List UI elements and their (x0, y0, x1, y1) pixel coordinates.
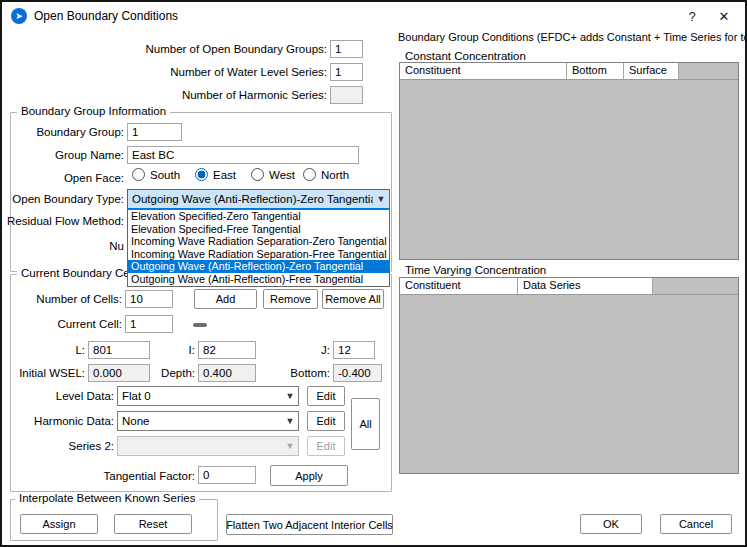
time-varying-title: Time Varying Concentration (405, 264, 546, 276)
harmonic-data-value: None (122, 415, 282, 427)
radio-circle-icon (195, 168, 208, 181)
remove-button[interactable]: Remove (263, 289, 318, 309)
l-label: L: (12, 344, 85, 356)
j-label: J: (282, 344, 330, 356)
column-header: Constituent (400, 278, 518, 294)
j-input[interactable]: 12 (333, 341, 375, 359)
constant-table-body[interactable] (400, 80, 738, 259)
apply-button[interactable]: Apply (270, 465, 348, 486)
tangential-factor-label: Tangential Factor: (62, 470, 195, 482)
series2-edit-button[interactable]: Edit (307, 436, 345, 456)
radio-circle-icon (303, 168, 316, 181)
interpolate-title: Interpolate Between Known Series (15, 492, 199, 504)
tangential-factor-input[interactable]: 0 (198, 466, 256, 484)
column-header: Constituent (400, 63, 567, 79)
right-panel-header: Boundary Group Conditions (EFDC+ adds Co… (398, 31, 747, 43)
open-boundary-type-value: Outgoing Wave (Anti-Reflection)-Zero Tan… (132, 193, 373, 205)
assign-button[interactable]: Assign (20, 514, 98, 534)
open-face-east-radio[interactable]: East (195, 168, 236, 181)
column-header: Surface (624, 63, 679, 79)
app-icon: ➤ (11, 8, 27, 24)
all-button[interactable]: All (351, 398, 380, 450)
open-boundary-type-label: Open Boundary Type: (12, 193, 124, 205)
water-level-series-input[interactable]: 1 (330, 63, 363, 81)
group-name-input[interactable]: East BC (127, 146, 359, 164)
constant-concentration-title: Constant Concentration (405, 50, 526, 62)
l-input[interactable]: 801 (88, 341, 150, 359)
open-boundary-type-dropdown: Elevation Specified-Zero Tangential Elev… (127, 209, 390, 287)
chevron-down-icon: ▼ (282, 416, 298, 426)
harmonic-data-edit-button[interactable]: Edit (307, 411, 345, 431)
harmonic-data-label: Harmonic Data: (12, 415, 114, 427)
boundary-group-input[interactable]: 1 (127, 123, 182, 141)
time-varying-table: Constituent Data Series (399, 277, 739, 474)
current-cell-label: Current Cell: (12, 318, 122, 330)
series2-label: Series 2: (12, 440, 114, 452)
column-header-filler (653, 278, 738, 294)
open-face-south-radio[interactable]: South (132, 168, 180, 181)
open-face-east-label: East (213, 169, 236, 181)
column-header: Data Series (518, 278, 653, 294)
radio-circle-icon (132, 168, 145, 181)
depth-value: 0.400 (198, 364, 256, 382)
number-of-cells-label: Number of Cells: (12, 293, 122, 305)
open-face-west-radio[interactable]: West (251, 168, 295, 181)
ok-button[interactable]: OK (580, 514, 642, 534)
harmonic-series-label: Number of Harmonic Series: (122, 89, 327, 101)
bottom-label: Bottom: (272, 367, 330, 379)
bottom-value: -0.400 (333, 364, 382, 382)
cancel-button[interactable]: Cancel (660, 514, 732, 534)
dropdown-option[interactable]: Outgoing Wave (Anti-Reflection)-Free Tan… (128, 273, 389, 286)
i-label: I: (142, 344, 195, 356)
chevron-down-icon: ▼ (282, 391, 298, 401)
initial-wsel-label: Initial WSEL: (12, 367, 85, 379)
initial-wsel-value: 0.000 (88, 364, 150, 382)
open-face-north-label: North (321, 169, 349, 181)
chevron-down-icon: ▼ (373, 194, 389, 204)
boundary-group-info-title: Boundary Group Information (17, 105, 170, 117)
column-header: Bottom (567, 63, 624, 79)
harmonic-series-input[interactable] (330, 86, 363, 104)
open-face-west-label: West (269, 169, 295, 181)
group-name-label: Group Name: (12, 149, 124, 161)
level-data-edit-button[interactable]: Edit (307, 386, 345, 406)
remove-all-button[interactable]: Remove All (322, 289, 384, 309)
current-cell-slider[interactable] (193, 323, 207, 327)
help-button[interactable]: ? (679, 6, 705, 26)
close-button[interactable]: ✕ (711, 6, 737, 26)
column-header-filler (679, 63, 738, 79)
dropdown-option[interactable]: Incoming Wave Radiation Separation-Zero … (128, 235, 389, 248)
i-input[interactable]: 82 (198, 341, 256, 359)
dropdown-option-selected[interactable]: Outgoing Wave (Anti-Reflection)-Zero Tan… (128, 260, 389, 273)
open-face-north-radio[interactable]: North (303, 168, 349, 181)
dialog-title: Open Boundary Conditions (34, 9, 178, 23)
level-data-value: Flat 0 (122, 390, 282, 402)
flatten-cells-button[interactable]: Flatten Two Adjacent Interior Cells (226, 514, 393, 535)
add-button[interactable]: Add (194, 289, 257, 309)
depth-label: Depth: (142, 367, 195, 379)
open-boundary-conditions-dialog: ➤ Open Boundary Conditions ? ✕ Number of… (0, 0, 747, 547)
open-face-label: Open Face: (12, 172, 124, 184)
titlebar: ➤ Open Boundary Conditions ? ✕ (2, 2, 745, 29)
open-boundary-type-combo[interactable]: Outgoing Wave (Anti-Reflection)-Zero Tan… (127, 189, 390, 209)
chevron-down-icon: ▼ (282, 441, 298, 451)
time-varying-table-body[interactable] (400, 295, 738, 473)
series2-combo[interactable]: ▼ (117, 436, 299, 456)
boundary-group-label: Boundary Group: (12, 126, 124, 138)
constant-concentration-table: Constituent Bottom Surface (399, 62, 739, 260)
truncated-label: Nu (64, 240, 124, 252)
harmonic-data-combo[interactable]: None ▼ (117, 411, 299, 431)
open-boundary-groups-input[interactable]: 1 (330, 40, 363, 58)
current-cell-input[interactable]: 1 (125, 315, 173, 333)
dropdown-option[interactable]: Incoming Wave Radiation Separation-Free … (128, 248, 389, 261)
open-face-south-label: South (150, 169, 180, 181)
constant-table-header: Constituent Bottom Surface (400, 63, 738, 80)
level-data-label: Level Data: (12, 390, 114, 402)
level-data-combo[interactable]: Flat 0 ▼ (117, 386, 299, 406)
current-boundary-cell-title: Current Boundary Cell (17, 267, 139, 279)
time-varying-table-header: Constituent Data Series (400, 278, 738, 295)
number-of-cells-input[interactable]: 10 (125, 290, 173, 308)
reset-button[interactable]: Reset (114, 514, 192, 534)
dropdown-option[interactable]: Elevation Specified-Free Tangential (128, 223, 389, 236)
dropdown-option[interactable]: Elevation Specified-Zero Tangential (128, 210, 389, 223)
